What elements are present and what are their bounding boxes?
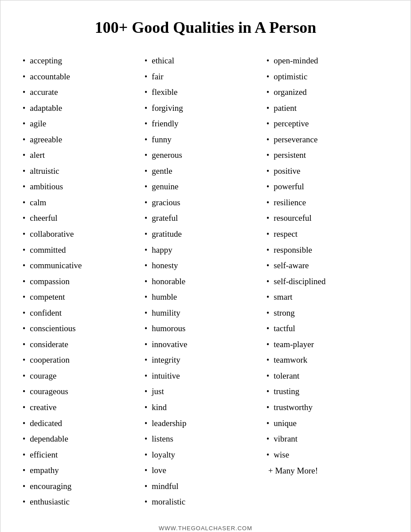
item-label: accepting: [30, 55, 62, 67]
item-label: enthusiastic: [30, 496, 70, 508]
list-item: •agile: [23, 117, 145, 130]
bullet-icon: •: [145, 307, 147, 319]
list-item: •tolerant: [266, 370, 388, 382]
item-label: altruistic: [30, 165, 59, 177]
list-item: •humorous: [145, 322, 266, 335]
item-label: agreeable: [30, 133, 62, 146]
list-item: •teamwork: [266, 354, 388, 366]
bullet-icon: •: [266, 339, 269, 350]
list-item: •enthusiastic: [23, 496, 145, 508]
bullet-icon: •: [145, 496, 147, 508]
item-label: gracious: [152, 196, 180, 209]
bullet-icon: •: [145, 260, 147, 271]
bullet-icon: •: [145, 244, 147, 256]
item-label: mindful: [152, 480, 178, 493]
bullet-icon: •: [145, 291, 147, 303]
item-label: accountable: [30, 70, 70, 83]
item-label: patient: [274, 102, 297, 114]
list-item: •competent: [23, 291, 145, 303]
item-label: adaptable: [30, 102, 62, 114]
list-item: •courageous: [23, 385, 145, 398]
list-item: •cooperation: [23, 354, 145, 366]
list-item: •encouraging: [23, 480, 145, 493]
bullet-icon: •: [266, 228, 269, 240]
bullet-icon: •: [23, 449, 25, 461]
bullet-icon: •: [145, 354, 147, 366]
item-label: honorable: [152, 275, 185, 288]
bullet-icon: •: [23, 291, 25, 303]
item-label: confident: [30, 307, 62, 319]
bullet-icon: •: [145, 418, 147, 429]
item-label: optimistic: [274, 70, 307, 83]
item-label: intuitive: [152, 370, 180, 382]
bullet-icon: •: [145, 339, 147, 350]
item-label: flexible: [152, 86, 177, 98]
bullet-icon: •: [266, 323, 269, 334]
column-1: •accepting•accountable•accurate•adaptabl…: [23, 55, 145, 512]
item-label: cheerful: [30, 212, 57, 224]
many-more-label: + Many More!: [266, 466, 388, 476]
bullet-icon: •: [23, 102, 25, 114]
footer: WWW.THEGOALCHASER.COM: [23, 512, 388, 532]
bullet-icon: •: [266, 102, 269, 114]
item-label: responsible: [274, 244, 312, 256]
list-item: •compassion: [23, 275, 145, 288]
bullet-icon: •: [23, 496, 25, 508]
list-item: •strong: [266, 307, 388, 319]
item-label: persistent: [274, 149, 306, 161]
bullet-icon: •: [266, 244, 269, 256]
item-label: ambitious: [30, 180, 63, 193]
item-label: humility: [152, 307, 180, 319]
bullet-icon: •: [145, 212, 147, 224]
bullet-icon: •: [266, 165, 269, 177]
list-item: •responsible: [266, 244, 388, 256]
list-item: •vibrant: [266, 433, 388, 445]
list-item: •cheerful: [23, 212, 145, 224]
bullet-icon: •: [23, 118, 25, 129]
item-label: trustworthy: [274, 401, 313, 414]
item-label: positive: [274, 165, 300, 177]
bullet-icon: •: [23, 260, 25, 271]
bullet-icon: •: [23, 481, 25, 492]
bullet-icon: •: [145, 228, 147, 240]
item-label: leadership: [152, 417, 186, 430]
item-label: respect: [274, 228, 297, 240]
bullet-icon: •: [266, 181, 269, 192]
list-item: •respect: [266, 228, 388, 240]
bullet-icon: •: [266, 55, 269, 66]
bullet-icon: •: [266, 276, 269, 287]
item-label: perseverance: [274, 133, 317, 146]
item-label: committed: [30, 244, 66, 256]
list-item: •team-player: [266, 338, 388, 351]
bullet-icon: •: [145, 86, 147, 98]
item-label: moralistic: [152, 496, 185, 508]
item-label: alert: [30, 149, 45, 161]
bullet-icon: •: [23, 55, 25, 66]
list-item: •patient: [266, 102, 388, 114]
bullet-icon: •: [266, 307, 269, 319]
bullet-icon: •: [145, 449, 147, 461]
bullet-icon: •: [145, 102, 147, 114]
list-item: •trustworthy: [266, 401, 388, 414]
list-item: •resourceful: [266, 212, 388, 224]
list-item: •integrity: [145, 354, 266, 366]
item-label: self-disciplined: [274, 275, 325, 288]
list-item: •adaptable: [23, 102, 145, 114]
list-item: •optimistic: [266, 70, 388, 83]
list-item: •grateful: [145, 212, 266, 224]
item-label: funny: [152, 133, 171, 146]
list-item: •perceptive: [266, 117, 388, 130]
list-item: •flexible: [145, 86, 266, 98]
item-label: tolerant: [274, 370, 299, 382]
list-item: •unique: [266, 417, 388, 430]
bullet-icon: •: [23, 339, 25, 350]
bullet-icon: •: [266, 118, 269, 129]
item-label: grateful: [152, 212, 178, 224]
list-item: •gracious: [145, 196, 266, 209]
bullet-icon: •: [266, 134, 269, 145]
list-item: •calm: [23, 196, 145, 209]
bullet-icon: •: [266, 386, 269, 397]
item-label: love: [152, 464, 166, 477]
item-label: forgiving: [152, 102, 183, 114]
bullet-icon: •: [23, 86, 25, 98]
